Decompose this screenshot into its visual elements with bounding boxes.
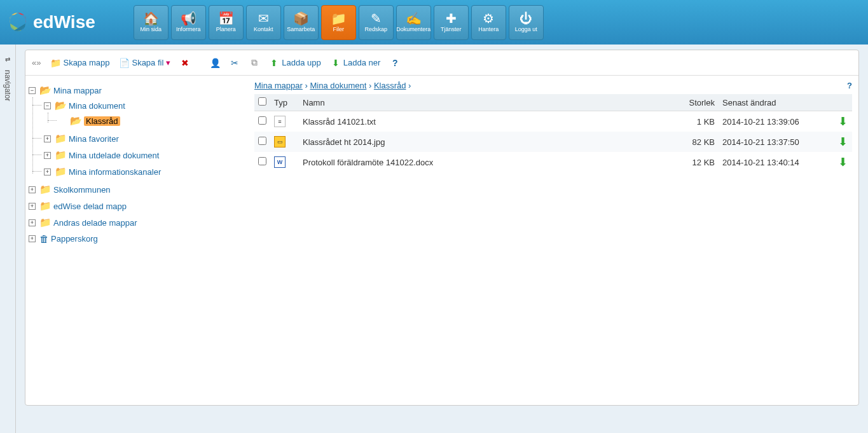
col-size[interactable]: Storlek	[680, 94, 719, 111]
create-folder-button[interactable]: 📁 Skapa mapp	[50, 58, 109, 68]
listing-help-icon[interactable]: ?	[847, 81, 852, 90]
create-file-label: Skapa fil	[132, 58, 163, 67]
file-size: 12 KB	[680, 152, 719, 172]
upload-button[interactable]: ⬆ Ladda upp	[269, 58, 320, 68]
file-row[interactable]: WProtokoll föräldramöte 141022.docx12 KB…	[254, 152, 852, 172]
row-download-icon[interactable]: ⬇	[838, 156, 848, 168]
nav-label: Filer	[333, 26, 345, 32]
folder-tree: − 📂 Mina mappar − 📂 Mina dokument	[25, 76, 248, 405]
row-checkbox[interactable]	[258, 116, 266, 125]
nav-informera[interactable]: 📢Informera	[171, 5, 206, 40]
nav-dokumentera[interactable]: ✍Dokumentera	[396, 5, 431, 40]
row-download-icon[interactable]: ⬇	[838, 135, 848, 148]
tree-mina-dokument[interactable]: − 📂 Mina dokument	[44, 99, 245, 113]
copy-icon[interactable]: ⧉	[249, 58, 259, 68]
file-row[interactable]: ≡Klassråd 141021.txt1 KB2014-10-21 13:39…	[254, 111, 852, 132]
col-checkbox	[254, 94, 270, 111]
upload-label: Ladda upp	[282, 58, 320, 67]
logo[interactable]: edWise	[5, 10, 95, 35]
file-row[interactable]: ▭Klassrådet ht 2014.jpg82 KB2014-10-21 1…	[254, 132, 852, 152]
col-modified[interactable]: Senast ändrad	[719, 94, 833, 111]
tree-root-mina-mappar[interactable]: − 📂 Mina mappar	[29, 83, 245, 97]
help-icon[interactable]: ?	[390, 58, 400, 68]
create-folder-label: Skapa mapp	[63, 58, 109, 67]
tree-expand-icon[interactable]: +	[29, 203, 36, 210]
tree-expand-icon[interactable]: +	[44, 135, 51, 142]
download-label: Ladda ner	[343, 58, 381, 67]
nav-redskap[interactable]: ✎Redskap	[359, 5, 394, 40]
tree-andras-delade[interactable]: + 📁 Andras delade mappar	[29, 216, 245, 230]
col-type[interactable]: Typ	[270, 94, 299, 111]
tree-skolkommunen[interactable]: + 📁 Skolkommunen	[29, 182, 245, 196]
user-icon[interactable]: 👤	[210, 58, 220, 68]
navigator-label: navigator	[3, 70, 12, 101]
download-button[interactable]: ⬇ Ladda ner	[331, 58, 381, 68]
row-checkbox[interactable]	[258, 137, 266, 145]
nav-label: Informera	[176, 26, 201, 32]
upload-icon: ⬆	[269, 58, 279, 68]
nav-label: Logga ut	[515, 26, 537, 32]
tree-edwise-delad[interactable]: + 📁 edWise delad mapp	[29, 199, 245, 213]
row-download-icon[interactable]: ⬇	[838, 115, 848, 128]
nav-logga-ut[interactable]: ⏻Logga ut	[509, 5, 544, 40]
cut-icon[interactable]: ✂	[230, 58, 240, 68]
nav-label: Planera	[216, 26, 236, 32]
doc-file-icon: W	[274, 156, 286, 168]
nav-tjänster[interactable]: ✚Tjänster	[434, 5, 469, 40]
samarbeta-icon: 📦	[293, 12, 309, 25]
informera-icon: 📢	[181, 12, 196, 25]
breadcrumb: Mina mappar › Mina dokument › Klassråd ›…	[254, 79, 852, 94]
tree-expand-icon[interactable]: +	[29, 235, 36, 242]
col-name[interactable]: Namn	[299, 94, 680, 111]
filer-icon: 📁	[331, 12, 347, 25]
file-name[interactable]: Klassråd 141021.txt	[299, 111, 680, 132]
tree-expand-icon[interactable]: +	[44, 152, 51, 159]
nav-filer[interactable]: 📁Filer	[321, 5, 356, 40]
nav-hantera[interactable]: ⚙Hantera	[471, 5, 506, 40]
tjänster-icon: ✚	[446, 12, 457, 25]
tree-mina-utdelade[interactable]: + 📁 Mina utdelade dokument	[44, 148, 245, 162]
kontakt-icon: ✉	[258, 12, 269, 25]
file-size: 1 KB	[680, 111, 719, 132]
tree-expand-icon[interactable]: +	[29, 186, 36, 193]
tree-mina-favoriter[interactable]: + 📁 Mina favoriter	[44, 132, 245, 146]
tree-collapse-icon[interactable]: −	[29, 87, 36, 94]
file-date: 2014-10-21 13:40:14	[719, 152, 833, 172]
tree-expand-icon[interactable]: +	[29, 219, 36, 226]
file-name[interactable]: Protokoll föräldramöte 141022.docx	[299, 152, 680, 172]
breadcrumb-mina-dokument[interactable]: Mina dokument	[310, 81, 366, 90]
redskap-icon: ✎	[371, 12, 382, 25]
file-plus-icon: 📄	[119, 58, 129, 68]
delete-icon[interactable]: ✖	[180, 58, 190, 68]
nav-samarbeta[interactable]: 📦Samarbeta	[284, 5, 319, 40]
dropdown-caret-icon: ▾	[166, 58, 170, 67]
logo-swirl-icon	[5, 10, 31, 35]
download-icon: ⬇	[331, 58, 341, 68]
folder-icon: 📂	[55, 100, 67, 111]
main-nav: 🏠Min sida📢Informera📅Planera✉Kontakt📦Sama…	[134, 5, 544, 40]
file-table: Typ Namn Storlek Senast ändrad ≡Klassråd…	[254, 94, 852, 172]
toolbar-nav-toggle[interactable]: «»	[32, 58, 41, 67]
create-file-button[interactable]: 📄 Skapa fil ▾	[119, 58, 170, 68]
file-name[interactable]: Klassrådet ht 2014.jpg	[299, 132, 680, 152]
folder-shared-icon: 📁	[39, 217, 52, 228]
planera-icon: 📅	[218, 12, 234, 25]
select-all-checkbox[interactable]	[258, 97, 266, 106]
tree-collapse-icon[interactable]: −	[44, 102, 51, 109]
folder-rss-icon: 📁	[55, 166, 67, 177]
row-checkbox[interactable]	[258, 157, 266, 165]
tree-expand-icon[interactable]: +	[44, 168, 51, 175]
breadcrumb-klassrad[interactable]: Klassråd	[374, 81, 406, 90]
folder-share-icon: 📁	[55, 149, 67, 161]
nav-planera[interactable]: 📅Planera	[209, 5, 244, 40]
tree-papperskorg[interactable]: + 🗑 Papperskorg	[29, 232, 245, 245]
navigator-tab[interactable]: ⇄ navigator	[0, 45, 16, 433]
nav-kontakt[interactable]: ✉Kontakt	[246, 5, 281, 40]
trash-icon: 🗑	[39, 233, 49, 244]
tree-mina-info[interactable]: + 📁 Mina informationskanaler	[44, 165, 245, 179]
logo-text: edWise	[33, 12, 95, 32]
tree-klassrad[interactable]: 📂 Klassråd	[59, 114, 245, 128]
nav-label: Hantera	[478, 26, 499, 32]
breadcrumb-mina-mappar[interactable]: Mina mappar	[254, 81, 303, 90]
nav-min-sida[interactable]: 🏠Min sida	[134, 5, 169, 40]
